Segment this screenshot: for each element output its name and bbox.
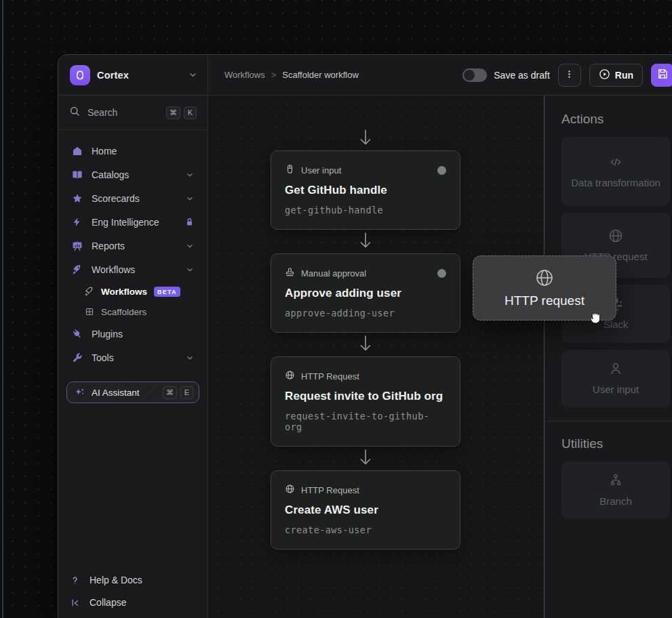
sidebar-subitem-scaffolders[interactable]: Scaffolders	[65, 302, 201, 322]
branch-icon	[608, 472, 624, 489]
workflow-node-create-aws-user[interactable]: HTTP Request Create AWS user create-aws-…	[271, 470, 460, 550]
sidebar: Search ⌘ K Home Catalogs	[58, 96, 208, 618]
search-shortcut: ⌘ K	[166, 106, 197, 119]
drag-card-label: HTTP request	[505, 293, 585, 308]
cortex-logo-icon	[70, 65, 90, 85]
workflow-canvas[interactable]: User input Get GitHub handle get-github-…	[208, 96, 544, 618]
main-area: User input Get GitHub handle get-github-…	[208, 96, 672, 618]
top-bar: Cortex Workflows > Scaffolder workflow S…	[58, 55, 672, 96]
breadcrumb-parent[interactable]: Workflows	[224, 70, 265, 80]
sidebar-item-home[interactable]: Home	[65, 139, 201, 163]
sidebar-item-label: Scorecards	[92, 193, 140, 204]
star-icon	[71, 193, 83, 204]
sidebar-item-label: Home	[92, 146, 117, 157]
actions-panel: Actions Data transformation HTTP request	[544, 96, 672, 618]
sidebar-item-plugins[interactable]: Plugins	[65, 322, 201, 346]
chevron-down-icon	[185, 353, 195, 363]
screen-edge-line	[2, 0, 3, 618]
presentation-chart-icon	[71, 241, 83, 251]
save-button[interactable]	[651, 64, 672, 87]
help-docs-button[interactable]: Help & Docs	[69, 575, 197, 585]
status-dot	[437, 269, 446, 278]
node-type-label: User input	[301, 165, 341, 176]
flow-arrow-icon	[357, 448, 374, 467]
chevron-down-icon	[185, 170, 195, 180]
actions-section-title: Actions	[561, 112, 672, 127]
floppy-save-icon	[656, 68, 669, 82]
workspace-name: Cortex	[97, 70, 129, 81]
sidebar-item-label: Plugins	[92, 329, 123, 339]
chevron-down-icon	[188, 70, 198, 80]
node-header: HTTP Request	[285, 484, 446, 496]
sparkles-icon	[74, 387, 85, 398]
utility-card-branch[interactable]: Branch	[561, 461, 670, 519]
node-slug: request-invite-to-github-org	[285, 411, 446, 432]
node-header: HTTP Request	[285, 370, 446, 382]
node-title: Create AWS user	[285, 503, 446, 517]
chevron-down-icon	[185, 265, 195, 274]
workflow-node-request-invite-to-github-org[interactable]: HTTP Request Request invite to GitHub or…	[271, 356, 460, 447]
collapse-label: Collapse	[90, 597, 126, 608]
k-key: K	[184, 106, 197, 119]
sidebar-item-reports[interactable]: Reports	[65, 234, 201, 258]
workflow-node-approve-adding-user[interactable]: Manual approval Approve adding user appr…	[271, 253, 460, 333]
toggle-knob	[464, 70, 475, 81]
breadcrumb-separator: >	[271, 70, 277, 80]
sidebar-subitem-label: Scaffolders	[101, 307, 146, 317]
sidebar-item-tools[interactable]: Tools	[65, 346, 201, 369]
sidebar-subitem-workflows[interactable]: Workflows BETA	[65, 281, 201, 302]
bolt-icon	[71, 217, 83, 227]
sidebar-nav: Home Catalogs Scorecards	[58, 130, 207, 369]
node-type-label: HTTP Request	[301, 371, 359, 382]
sidebar-item-catalogs[interactable]: Catalogs	[65, 163, 201, 186]
help-docs-label: Help & Docs	[90, 575, 142, 585]
e-key: E	[180, 386, 193, 399]
collapse-button[interactable]: Collapse	[69, 597, 197, 608]
sidebar-item-label: Workflows	[92, 264, 135, 275]
code-icon	[608, 154, 624, 170]
save-as-draft-toggle[interactable]	[462, 68, 487, 82]
rocket-icon	[71, 264, 83, 275]
action-card-data-transformation[interactable]: Data transformation	[561, 137, 670, 206]
kebab-icon	[564, 69, 574, 81]
ai-assistant-button[interactable]: AI Assistant ⌘ E	[66, 382, 199, 403]
book-icon	[71, 169, 83, 180]
wrench-icon	[71, 352, 83, 363]
top-bar-main: Workflows > Scaffolder workflow Save as …	[208, 55, 672, 95]
sidebar-item-label: Catalogs	[92, 169, 129, 180]
mouse-icon	[285, 164, 295, 176]
action-card-user-input[interactable]: User input	[561, 350, 670, 407]
sidebar-item-label: Tools	[92, 352, 114, 363]
run-button[interactable]: Run	[589, 64, 643, 87]
save-as-draft-label: Save as draft	[494, 70, 550, 81]
globe-icon	[534, 268, 555, 288]
status-dot	[437, 166, 446, 175]
lock-icon	[184, 217, 195, 227]
dragged-http-request-card[interactable]: HTTP request	[473, 255, 616, 321]
node-title: Request invite to GitHub org	[285, 390, 446, 403]
question-mark-icon	[69, 575, 81, 585]
workflow-node-get-github-handle[interactable]: User input Get GitHub handle get-github-…	[271, 150, 460, 230]
rocket-outline-icon	[84, 287, 94, 296]
cmd-key: ⌘	[163, 386, 177, 399]
more-options-button[interactable]	[558, 64, 581, 87]
utilities-card-list: Branch	[561, 461, 672, 519]
globe-icon	[285, 370, 295, 382]
search-input[interactable]: Search ⌘ K	[58, 96, 207, 130]
sidebar-item-scorecards[interactable]: Scorecards	[65, 186, 201, 210]
utilities-section-title: Utilities	[561, 436, 672, 451]
sidebar-item-workflows[interactable]: Workflows	[65, 258, 201, 281]
action-card-label: Data transformation	[571, 176, 660, 190]
sidebar-item-eng-intelligence[interactable]: Eng Intelligence	[65, 210, 201, 234]
stamp-icon	[285, 267, 295, 279]
home-icon	[71, 146, 83, 157]
collapse-left-icon	[69, 598, 81, 608]
sidebar-item-label: Eng Intelligence	[92, 217, 159, 228]
globe-icon	[608, 228, 624, 244]
flow-arrow-icon	[357, 231, 374, 250]
search-icon	[69, 106, 80, 119]
window-body: Search ⌘ K Home Catalogs	[58, 96, 672, 618]
ai-shortcut: ⌘ E	[163, 386, 193, 399]
workspace-switcher[interactable]: Cortex	[58, 55, 208, 95]
panel-divider	[545, 421, 672, 421]
